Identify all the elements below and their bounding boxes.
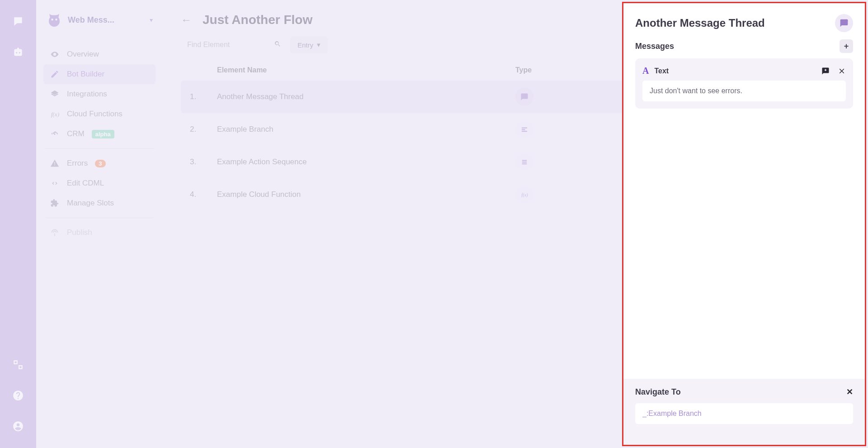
back-button[interactable]: ←: [181, 14, 192, 26]
svg-point-1: [525, 94, 528, 96]
svg-text:f(x): f(x): [51, 111, 59, 118]
nav-bot-builder[interactable]: Bot Builder: [43, 64, 156, 84]
svg-text:f(x): f(x): [521, 192, 528, 198]
alpha-tag: alpha: [92, 130, 114, 138]
card-label: Text: [654, 67, 816, 75]
detail-panel: Another Message Thread Messages + A Text…: [622, 2, 866, 446]
svg-rect-6: [522, 162, 527, 162]
thread-type-icon[interactable]: [835, 14, 853, 32]
svg-rect-7: [522, 163, 527, 164]
warning-icon: [50, 159, 60, 168]
clear-navigate-button[interactable]: ✕: [846, 387, 853, 397]
navigate-to-input[interactable]: [635, 403, 853, 424]
handshake-icon: [50, 129, 60, 138]
code-icon: [50, 179, 60, 188]
fx-icon: f(x): [50, 110, 60, 119]
icon-rail: [0, 0, 36, 448]
message-card: A Text Just don't want to see errors.: [635, 58, 853, 109]
owl-icon: [46, 12, 62, 28]
chat-bubble-icon[interactable]: [9, 13, 27, 31]
robot-icon[interactable]: [9, 43, 27, 62]
nav-label: Overview: [67, 50, 99, 59]
nav-divider: [45, 218, 154, 218]
search-icon[interactable]: [274, 40, 281, 49]
entry-dropdown[interactable]: Entry ▾: [290, 36, 328, 53]
row-name: Another Message Thread: [217, 92, 515, 101]
svg-rect-2: [522, 128, 527, 129]
row-index: 2.: [190, 125, 217, 134]
eye-icon: [50, 50, 60, 59]
help-icon[interactable]: [9, 386, 27, 405]
nav-manage-slots[interactable]: Manage Slots: [43, 193, 156, 213]
svg-rect-4: [522, 131, 527, 132]
fx-icon: f(x): [515, 186, 533, 204]
nav-edit-cdml[interactable]: Edit CDML: [43, 173, 156, 193]
svg-rect-5: [522, 160, 527, 161]
nav-integrations[interactable]: Integrations: [43, 84, 156, 104]
broadcast-icon: [50, 228, 60, 237]
nav-errors[interactable]: Errors 3: [43, 153, 156, 173]
messages-label: Messages: [635, 42, 674, 51]
workspace-title: Web Mess...: [68, 15, 144, 25]
chevron-down-icon: ▾: [317, 41, 321, 49]
chat-icon: [515, 88, 533, 106]
navigate-to-section: Navigate To ✕: [623, 379, 865, 445]
chevron-down-icon: ▾: [150, 16, 153, 24]
error-badge: 3: [95, 160, 105, 167]
detail-title: Another Message Thread: [635, 17, 765, 29]
puzzle-icon: [50, 199, 60, 208]
nav-label: Integrations: [67, 90, 107, 99]
col-element-name: Element Name: [217, 66, 515, 74]
row-index: 3.: [190, 157, 217, 167]
nav-publish[interactable]: Publish: [43, 223, 156, 243]
row-index: 4.: [190, 190, 217, 199]
nav-label: Edit CDML: [67, 179, 104, 188]
navigate-label: Navigate To: [635, 387, 681, 397]
row-name: Example Cloud Function: [217, 190, 515, 199]
nav-divider: [45, 148, 154, 149]
text-type-icon: A: [642, 66, 649, 76]
page-title: Just Another Flow: [203, 13, 312, 27]
add-message-button[interactable]: +: [840, 39, 853, 53]
svg-rect-3: [522, 129, 525, 130]
account-icon[interactable]: [9, 417, 27, 435]
row-name: Example Branch: [217, 125, 515, 134]
layers-icon: [50, 90, 60, 99]
pencil-icon: [50, 70, 60, 79]
message-body[interactable]: Just don't want to see errors.: [642, 81, 846, 101]
row-name: Example Action Sequence: [217, 157, 515, 167]
branch-icon: [515, 120, 533, 138]
sequence-icon: [515, 153, 533, 171]
nav-cloud-functions[interactable]: f(x) Cloud Functions: [43, 104, 156, 124]
nav-label: Bot Builder: [67, 70, 104, 79]
nav-label: Errors: [67, 159, 88, 168]
row-index: 1.: [190, 92, 217, 101]
sidebar: Web Mess... ▾ Overview Bot Builder Integ…: [36, 0, 163, 448]
nav-label: CRM: [67, 129, 85, 138]
add-bubble-icon[interactable]: [821, 67, 830, 75]
workspace-switcher[interactable]: Web Mess... ▾: [43, 8, 156, 32]
translate-icon[interactable]: [9, 356, 27, 374]
nav-label: Cloud Functions: [67, 110, 123, 119]
search-input[interactable]: [181, 36, 285, 53]
delete-icon[interactable]: [838, 67, 846, 75]
nav-overview[interactable]: Overview: [43, 44, 156, 64]
nav-crm[interactable]: CRM alpha: [43, 124, 156, 144]
svg-point-9: [845, 19, 848, 23]
nav-label: Manage Slots: [67, 199, 114, 208]
entry-label: Entry: [297, 41, 313, 49]
nav-label: Publish: [67, 228, 92, 237]
